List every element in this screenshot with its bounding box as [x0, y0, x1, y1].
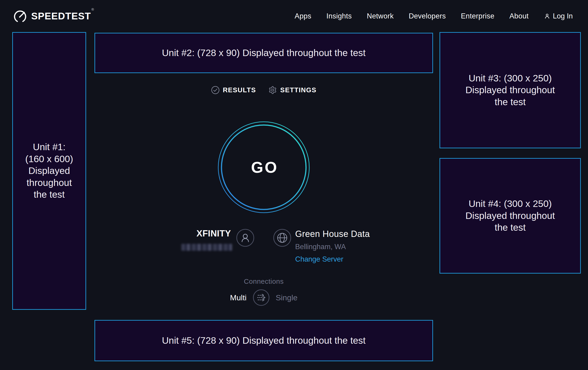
ad-unit-3-text: Unit #3: (300 x 250) Displayed throughou… — [465, 72, 555, 108]
user-icon — [544, 13, 551, 20]
speedtest-page: SPEEDTEST® Apps Insights Network Develop… — [0, 0, 588, 370]
ad-unit-5-text: Unit #5: (728 x 90) Displayed throughout… — [162, 335, 366, 347]
connections-section: Connections Multi Single — [94, 278, 433, 306]
ad-unit-3-rectangle[interactable]: Unit #3: (300 x 250) Displayed throughou… — [440, 32, 581, 148]
tab-results-label: RESULTS — [223, 86, 256, 94]
ad-unit-1-text: Unit #1: (160 x 600) Displayed throughou… — [25, 141, 73, 201]
server-info: Green House Data Bellingham, WA Change S… — [295, 229, 370, 263]
nav-item-insights[interactable]: Insights — [326, 12, 352, 20]
main-nav: Apps Insights Network Developers Enterpr… — [295, 12, 573, 20]
logo-wordmark: SPEEDTEST — [31, 11, 91, 21]
nav-item-about[interactable]: About — [509, 12, 529, 20]
isp-server-section: XFINITY Green House Data Bellingham, WA … — [94, 225, 433, 273]
server-globe-icon — [273, 229, 292, 248]
isp-name: XFINITY — [94, 229, 231, 239]
ad-unit-5-leaderboard[interactable]: Unit #5: (728 x 90) Displayed throughout… — [94, 320, 433, 361]
connections-toggle-row: Multi Single — [94, 289, 433, 306]
nav-item-network[interactable]: Network — [367, 12, 394, 20]
login-label: Log In — [553, 12, 573, 20]
login-button[interactable]: Log In — [544, 12, 573, 20]
change-server-link[interactable]: Change Server — [295, 255, 370, 263]
ad-unit-1-skyscraper[interactable]: Unit #1: (160 x 600) Displayed throughou… — [12, 32, 86, 310]
speedtest-logo[interactable]: SPEEDTEST® — [13, 9, 94, 23]
server-name: Green House Data — [295, 229, 370, 239]
ad-unit-4-rectangle[interactable]: Unit #4: (300 x 250) Displayed throughou… — [440, 158, 581, 274]
go-button-label: GO — [216, 120, 311, 215]
ad-unit-2-leaderboard[interactable]: Unit #2: (728 x 90) Displayed throughout… — [94, 33, 433, 73]
tab-results[interactable]: RESULTS — [211, 86, 256, 94]
nav-item-developers[interactable]: Developers — [409, 12, 446, 20]
logo-registered-mark: ® — [92, 7, 94, 11]
connections-single-option[interactable]: Single — [276, 293, 298, 302]
server-location: Bellingham, WA — [295, 243, 370, 251]
nav-item-apps[interactable]: Apps — [295, 12, 311, 20]
tab-settings[interactable]: SETTINGS — [268, 86, 316, 94]
tab-settings-label: SETTINGS — [280, 86, 316, 94]
isp-person-icon — [236, 229, 254, 248]
masked-ip-address — [181, 244, 232, 251]
results-settings-tabs: RESULTS SETTINGS — [94, 82, 433, 98]
go-button[interactable]: GO — [216, 120, 311, 215]
top-nav-bar: SPEEDTEST® Apps Insights Network Develop… — [0, 0, 588, 32]
nav-item-enterprise[interactable]: Enterprise — [461, 12, 494, 20]
check-circle-icon — [211, 86, 220, 94]
connections-label: Connections — [94, 278, 433, 285]
ad-unit-2-text: Unit #2: (728 x 90) Displayed throughout… — [162, 47, 366, 59]
speedometer-gauge-icon — [13, 9, 28, 23]
gear-icon — [268, 86, 277, 94]
connection-mode-toggle-icon[interactable] — [253, 289, 270, 306]
connections-multi-option[interactable]: Multi — [230, 293, 247, 302]
ad-unit-4-text: Unit #4: (300 x 250) Displayed throughou… — [465, 198, 555, 234]
